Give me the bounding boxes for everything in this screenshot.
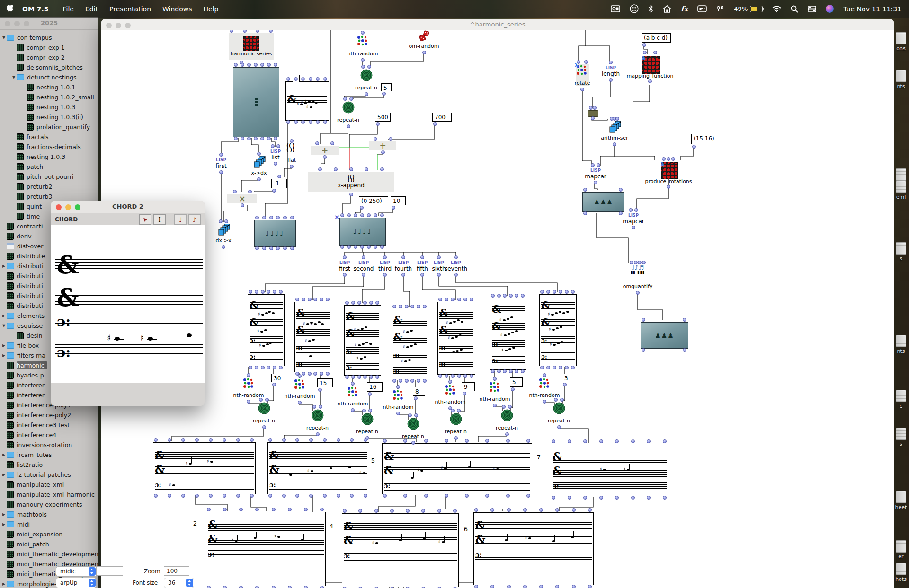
patch-box-num-8-out[interactable] <box>414 396 418 400</box>
patch-box-lisp-seventh[interactable]: seventh <box>445 265 467 272</box>
sidebar-item-compr-exp-2[interactable]: compr_exp 2 <box>11 53 65 62</box>
patch-box-repeat-n-3-port-0[interactable] <box>312 405 316 409</box>
control-center-icon[interactable] <box>808 4 816 14</box>
patch-box-voice-7-port-4[interactable] <box>539 585 543 588</box>
patch-box-poly-2-port-0[interactable] <box>642 318 645 322</box>
patch-box-voice-5-port-3[interactable] <box>255 586 259 588</box>
patch-box-score-mini-port-0[interactable] <box>286 77 290 81</box>
patch-box-voice-2-port-7[interactable] <box>364 494 367 498</box>
patch-box-score-7-port-5[interactable] <box>571 290 575 294</box>
sidebar-item-fractals[interactable]: fractals <box>11 132 49 141</box>
patch-box-voice-1-port-6[interactable] <box>236 438 240 442</box>
patch-box-voice-5-port-2[interactable] <box>239 586 243 588</box>
sidebar-item-dist-over[interactable]: dist-over <box>1 241 43 251</box>
sidebar-item-elements[interactable]: ▶elements <box>1 311 45 320</box>
patch-box-olive-box-port-1[interactable] <box>593 106 597 110</box>
patch-box-num-700-out[interactable] <box>433 122 437 126</box>
patch-box-chord-seq-1-port-5[interactable] <box>267 137 271 140</box>
patch-box-num-15-out[interactable] <box>318 388 322 392</box>
patch-box-repeat-n-4-port-1[interactable] <box>368 409 372 412</box>
patch-box-voice-4-port-0[interactable] <box>552 496 555 500</box>
patch-box-lisp-third[interactable]: third <box>378 265 392 272</box>
sidebar-item-esquisse-[interactable]: ▼esquisse- <box>1 321 45 330</box>
patch-box-score-6-port-5[interactable] <box>521 369 525 373</box>
patch-box-lisp-first-0[interactable]: first <box>215 163 226 169</box>
chevron-right-icon[interactable]: ▶ <box>1 473 7 477</box>
sidebar-item-pitch-pot-pourri[interactable]: pitch_pot-pourri <box>11 172 73 181</box>
patch-box-olive-box-out[interactable] <box>591 116 595 120</box>
patch-box-repeat-n-5-port-0[interactable] <box>408 413 412 417</box>
patch-box-chord-seq-3-port-0[interactable] <box>340 245 344 249</box>
patch-box-chord-seq-3-port-3[interactable] <box>360 213 364 217</box>
patch-box-score-mini-port-5[interactable] <box>323 120 327 124</box>
patch-box-score-5-port-5[interactable] <box>470 298 473 301</box>
patch-box-lisp-second[interactable]: second <box>354 265 374 272</box>
patch-box-score-3-port-5[interactable] <box>375 301 379 305</box>
patch-box-voice-7-port-2[interactable] <box>507 585 511 588</box>
sidebar-item-con-tempus[interactable]: ▼con tempus <box>1 33 52 42</box>
chevron-right-icon[interactable]: ▶ <box>1 512 7 517</box>
patch-box-score-2[interactable]: &&ɔ:ɔ:♯♯♯ <box>294 302 331 372</box>
patch-box-repeat-n-5-out[interactable] <box>411 441 415 445</box>
sidebar-item-fractions-decimals[interactable]: fractions-decimals <box>11 142 81 151</box>
patch-box-plus-0-port-1[interactable] <box>330 141 334 145</box>
bluetooth-icon[interactable] <box>648 4 653 14</box>
patch-box-voice-1-port-1[interactable] <box>168 494 171 498</box>
patch-box-voice-5-port-5[interactable] <box>288 508 292 511</box>
patch-box-voice-4-port-3[interactable] <box>599 439 603 443</box>
sidebar-item-distribute[interactable]: distribute <box>1 251 45 261</box>
patch-box-voice-7-port-2[interactable] <box>507 508 511 512</box>
patch-box-nth-random-1-out[interactable] <box>247 400 250 404</box>
patch-box-lisp-length-out[interactable] <box>609 78 613 82</box>
patch-box-voice-5-port-6[interactable] <box>304 508 308 511</box>
patch-box-poly-2-port-1[interactable] <box>683 348 686 352</box>
menu-clock[interactable]: Tue Nov 11 11:31 <box>843 5 901 13</box>
patch-box-score-6-port-0[interactable] <box>491 369 495 373</box>
patch-box-score-2-port-1[interactable] <box>302 372 305 376</box>
patch-box-chord-seq-3[interactable]: ♩♩♩♩ <box>339 218 386 246</box>
app-menu-name[interactable]: OM 7.5 <box>17 5 54 13</box>
patch-box-chord-seq-1[interactable] <box>233 67 279 137</box>
patch-box-repeat-n-6-out[interactable] <box>454 436 458 440</box>
patch-box-score-mini-port-5[interactable] <box>323 77 327 81</box>
input-grid-icon[interactable] <box>630 4 639 14</box>
patch-box-omquantify-out[interactable] <box>636 291 640 295</box>
patch-box-arithm-ser-port-2[interactable] <box>615 117 619 121</box>
sidebar-item-nesting-1-0-3[interactable]: nesting 1.0.3 <box>21 102 75 112</box>
patch-box-poly-1[interactable]: ♟♟♟ <box>582 192 624 212</box>
patch-box-nth-random-6-port-0[interactable] <box>493 377 497 381</box>
search-icon[interactable] <box>791 4 798 14</box>
patch-box-repeat-n-1-out[interactable] <box>347 124 350 128</box>
menu-item-windows[interactable]: Windows <box>157 5 198 13</box>
patch-box-voice-4-port-5[interactable] <box>631 439 635 443</box>
sidebar-item-distributi[interactable]: distributi <box>1 281 43 290</box>
chevron-right-icon[interactable]: ▶ <box>1 314 7 318</box>
patch-box-num-16[interactable]: 16 <box>367 382 383 392</box>
patch-box-voice-4-port-3[interactable] <box>599 496 603 500</box>
patch-box-score-4-port-0[interactable] <box>392 305 396 308</box>
chord-window-controls[interactable] <box>56 204 80 210</box>
patch-box-score-7-port-4[interactable] <box>565 366 569 369</box>
patch-box-voice-5-port-7[interactable] <box>320 508 324 511</box>
patch-box-score-1-port-0[interactable] <box>249 366 252 369</box>
patch-box-times-port-0[interactable] <box>233 190 237 193</box>
chord-score-area[interactable]: &&ɔ:ɔ:♯♯ <box>51 225 205 383</box>
patch-box-num-0-250-out[interactable] <box>360 206 364 210</box>
patch-box-repeat-n-8-port-0[interactable] <box>554 398 558 402</box>
patch-box-num-500-out[interactable] <box>376 122 380 126</box>
menu-item-file[interactable]: File <box>57 5 80 13</box>
fx-icon[interactable]: fx <box>681 4 688 14</box>
patch-box-nth-random-0-port-0[interactable] <box>361 31 365 35</box>
patch-box-nth-random-7-out[interactable] <box>543 400 546 404</box>
patch-box-x-append-out[interactable] <box>349 193 353 196</box>
patch-box-chord-seq-1-port-6[interactable] <box>274 63 277 67</box>
patch-box-voice-1-port-0[interactable] <box>154 494 158 498</box>
patch-box-num-500[interactable]: 500 <box>375 113 391 122</box>
patch-box-repeat-n-7-out[interactable] <box>505 432 509 436</box>
sidebar-item-distributi[interactable]: distributi <box>1 301 43 310</box>
desktop-file-9[interactable]: er <box>893 540 909 560</box>
patch-box-voice-5-port-4[interactable] <box>272 508 276 511</box>
patch-box-score-6-port-0[interactable] <box>491 294 495 298</box>
patch-box-num-700[interactable]: 700 <box>432 113 452 122</box>
chevron-right-icon[interactable]: ▶ <box>1 353 7 358</box>
